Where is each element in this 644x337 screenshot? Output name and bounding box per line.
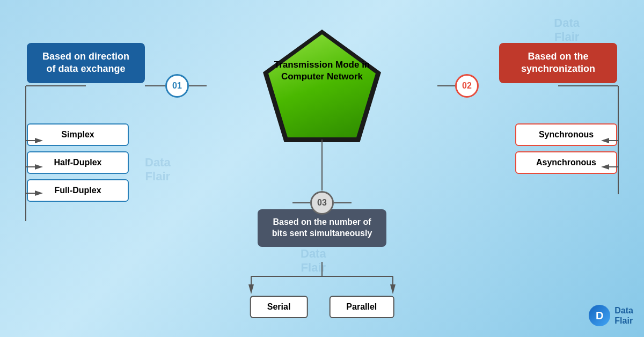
- pentagon-inner: [268, 34, 376, 137]
- bottom-heading-box: Based on the number of bits sent simulta…: [258, 209, 386, 247]
- badge-03: 03: [310, 191, 334, 215]
- svg-marker-26: [390, 284, 396, 294]
- badge-02: 02: [455, 74, 479, 98]
- watermark-mid: DataFlair: [145, 156, 171, 184]
- logo-text: DataFlair: [614, 305, 633, 326]
- logo-icon: D: [589, 305, 610, 326]
- simplex-item: Simplex: [27, 123, 129, 146]
- left-heading-box: Based on direction of data exchange: [27, 43, 145, 83]
- serial-item: Serial: [250, 296, 308, 318]
- svg-marker-24: [248, 284, 254, 294]
- watermark-mid2: DataFlair: [301, 247, 326, 275]
- center-pentagon: Transmission Mode in Computer Network: [260, 27, 384, 145]
- left-heading-text: Based on direction of data exchange: [42, 51, 129, 74]
- left-sub-items: Simplex Half-Duplex Full-Duplex: [27, 123, 129, 202]
- half-duplex-item: Half-Duplex: [27, 151, 129, 174]
- right-heading-box: Based on the synchronization: [499, 43, 617, 83]
- right-sub-items: Synchronous Asynchronous: [515, 123, 617, 174]
- parallel-item: Parallel: [329, 296, 394, 318]
- badge-01: 01: [165, 74, 189, 98]
- bottom-heading-text: Based on the number of bits sent simulta…: [272, 217, 372, 238]
- watermark-top: DataFlair: [554, 16, 580, 45]
- full-duplex-item: Full-Duplex: [27, 179, 129, 202]
- synchronous-item: Synchronous: [515, 123, 617, 146]
- bottom-sub-items: Serial Parallel: [250, 296, 394, 318]
- dataflair-logo: D DataFlair: [589, 305, 633, 326]
- asynchronous-item: Asynchronous: [515, 151, 617, 174]
- right-heading-text: Based on the synchronization: [521, 51, 595, 74]
- pentagon-title: Transmission Mode in Computer Network: [274, 59, 370, 83]
